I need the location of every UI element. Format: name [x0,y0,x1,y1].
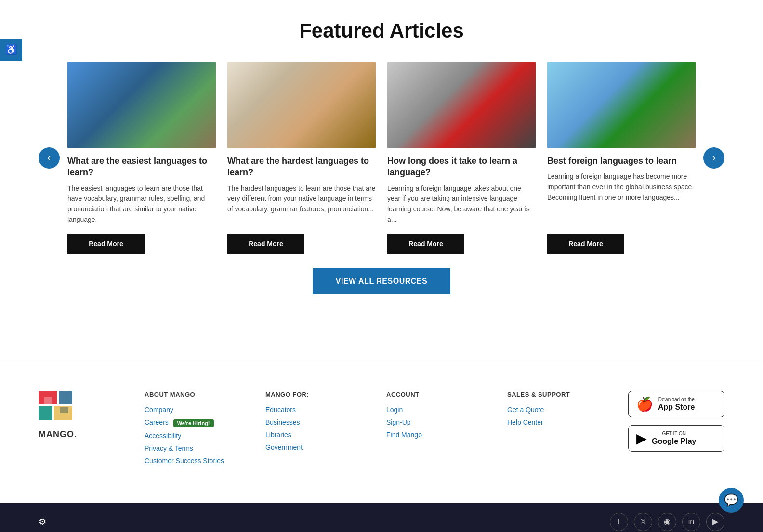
read-more-button[interactable]: Read More [227,234,304,254]
read-more-button[interactable]: Read More [547,234,624,254]
read-more-button[interactable]: Read More [387,234,464,254]
settings-button[interactable]: ⚙ [39,517,46,527]
google-play-text: GET IT ON Google Play [652,431,696,446]
linkedin-icon: in [688,518,694,526]
signup-link[interactable]: Sign-Up [386,418,488,426]
ios-app-store-text: Download on the App Store [658,397,695,412]
accessibility-button[interactable]: ♿ [0,39,22,61]
government-link[interactable]: Government [265,443,367,451]
article-card: How long does it take to learn a languag… [387,62,536,254]
linkedin-button[interactable]: in [682,513,700,531]
facebook-icon: f [618,518,620,526]
social-icons-group: f 𝕏 ◉ in ▶ [610,513,724,531]
svg-rect-2 [39,406,52,420]
footer-main: MANGO. ABOUT MANGO Company Careers We're… [39,391,724,469]
accessibility-footer-link[interactable]: Accessibility [145,432,246,440]
article-excerpt: The hardest languages to learn are those… [227,183,376,225]
chat-icon: 💬 [724,493,738,507]
login-link[interactable]: Login [386,406,488,414]
carousel-prev-button[interactable]: ‹ [39,147,60,169]
youtube-icon: ▶ [712,517,718,526]
article-heading: What are the easiest languages to learn? [67,155,216,179]
view-all-wrapper: VIEW ALL RESOURCES [39,268,724,294]
twitter-button[interactable]: 𝕏 [634,513,652,531]
help-center-link[interactable]: Help Center [507,418,609,426]
customer-success-link[interactable]: Customer Success Stories [145,457,246,465]
articles-grid: What are the easiest languages to learn?… [67,62,696,254]
article-card: What are the hardest languages to learn?… [227,62,376,254]
article-excerpt: Learning a foreign language takes about … [387,183,536,225]
footer-col-title: SALES & SUPPORT [507,391,609,398]
read-more-button[interactable]: Read More [67,234,145,254]
hiring-badge: We're Hiring! [173,419,214,427]
privacy-terms-link[interactable]: Privacy & Terms [145,444,246,452]
educators-link[interactable]: Educators [265,406,367,414]
svg-rect-4 [44,397,52,404]
settings-icon: ⚙ [39,517,46,527]
article-card: Best foreign languages to learn Learning… [547,62,696,254]
articles-carousel: ‹ What are the easiest languages to lear… [39,62,724,254]
footer-logo-text: MANGO. [39,429,116,440]
businesses-link[interactable]: Businesses [265,418,367,426]
footer-apps-column: 🍎 Download on the App Store ▶ GET IT ON … [628,391,724,452]
instagram-icon: ◉ [664,517,671,526]
get-quote-link[interactable]: Get a Quote [507,406,609,414]
google-play-button[interactable]: ▶ GET IT ON Google Play [628,425,724,452]
footer-col-about: ABOUT MANGO Company Careers We're Hiring… [145,391,246,469]
youtube-button[interactable]: ▶ [706,513,724,531]
article-image [547,62,696,148]
footer-col-sales: SALES & SUPPORT Get a Quote Help Center [507,391,609,431]
footer-col-title: MANGO FOR: [265,391,367,398]
article-image [67,62,216,148]
find-mango-link[interactable]: Find Mango [386,431,488,439]
footer: MANGO. ABOUT MANGO Company Careers We're… [0,362,763,503]
carousel-next-button[interactable]: › [703,147,724,169]
chat-widget-button[interactable]: 💬 [719,488,744,513]
ios-app-store-button[interactable]: 🍎 Download on the App Store [628,391,724,417]
featured-articles-section: Featured Articles ‹ What are the easiest… [0,0,763,362]
article-card: What are the easiest languages to learn?… [67,62,216,254]
article-excerpt: The easiest languages to learn are those… [67,183,216,225]
footer-bottom-left: ⚙ [39,517,46,527]
facebook-button[interactable]: f [610,513,628,531]
footer-col-mango-for: MANGO FOR: Educators Businesses Librarie… [265,391,367,456]
svg-rect-1 [59,391,72,404]
footer-col-account: ACCOUNT Login Sign-Up Find Mango [386,391,488,443]
article-image [387,62,536,148]
libraries-link[interactable]: Libraries [265,431,367,439]
mango-logo [39,391,82,425]
twitter-icon: 𝕏 [640,517,646,526]
article-heading: Best foreign languages to learn [547,155,696,167]
footer-col-title: ABOUT MANGO [145,391,246,398]
article-heading: How long does it take to learn a languag… [387,155,536,179]
footer-col-title: ACCOUNT [386,391,488,398]
featured-articles-title: Featured Articles [39,19,724,42]
play-icon: ▶ [636,430,647,446]
article-heading: What are the hardest languages to learn? [227,155,376,179]
careers-link[interactable]: Careers We're Hiring! [145,418,246,427]
instagram-button[interactable]: ◉ [658,513,676,531]
footer-logo-column: MANGO. [39,391,116,440]
article-image [227,62,376,148]
view-all-resources-button[interactable]: VIEW ALL RESOURCES [313,268,450,294]
accessibility-icon: ♿ [5,44,17,55]
article-excerpt: Learning a foreign language has become m… [547,171,696,225]
company-link[interactable]: Company [145,406,246,414]
footer-bottom-bar: ⚙ f 𝕏 ◉ in ▶ [0,503,763,532]
svg-rect-5 [60,407,68,413]
apple-icon: 🍎 [636,396,653,412]
